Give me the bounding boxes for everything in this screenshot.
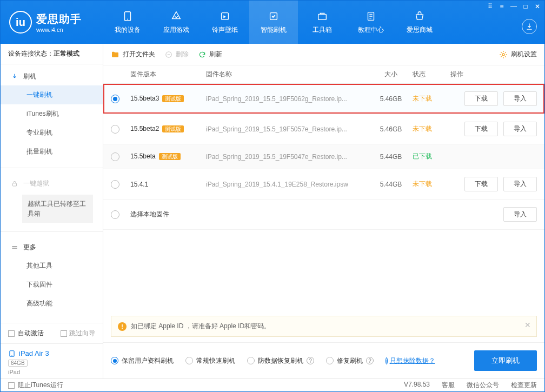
status-link-support[interactable]: 客服 bbox=[442, 381, 455, 390]
sidebar-item-0-2[interactable]: 专业刷机 bbox=[1, 123, 103, 142]
device-type: iPad bbox=[8, 369, 20, 375]
download-button[interactable]: 下载 bbox=[464, 177, 498, 191]
device-name: iPad Air 3 bbox=[19, 349, 49, 357]
firmware-rows: 15.5beta3测试版iPad_Spring_2019_15.5_19F506… bbox=[103, 84, 544, 230]
main: 设备连接状态：正常模式 刷机一键刷机iTunes刷机专业刷机批量刷机一键越狱越狱… bbox=[1, 44, 544, 378]
device-card[interactable]: iPad Air 3 64GB iPad bbox=[1, 343, 103, 378]
row-radio[interactable] bbox=[111, 125, 119, 134]
import-button[interactable]: 导入 bbox=[503, 177, 537, 191]
brand-site: www.i4.cn bbox=[36, 26, 82, 33]
notice-close[interactable]: ✕ bbox=[524, 321, 531, 329]
nav-0[interactable]: 我的设备 bbox=[103, 1, 152, 44]
flash-options-bar: 保留用户资料刷机常规快速刷机防数据恢复刷机 ?修复刷机 ?i 只想抹除数据？立即… bbox=[103, 342, 544, 378]
nav-6[interactable]: 爱思商城 bbox=[395, 1, 444, 44]
header: ⠿ ≡ — □ ✕ iu 爱思助手 www.i4.cn 我的设备应用游戏铃声壁纸… bbox=[1, 1, 544, 44]
flash-settings-button[interactable]: 刷机设置 bbox=[499, 50, 537, 59]
nav-3[interactable]: 智能刷机 bbox=[249, 1, 298, 44]
row-radio[interactable] bbox=[111, 95, 119, 103]
firmware-row-0[interactable]: 15.5beta3测试版iPad_Spring_2019_15.5_19F506… bbox=[103, 84, 544, 114]
table-header: 固件版本 固件名称 大小 状态 操作 bbox=[103, 65, 544, 84]
status-link-wechat[interactable]: 微信公众号 bbox=[467, 381, 499, 390]
notice-text: 如已绑定 Apple ID ，请准备好 Apple ID和密码。 bbox=[131, 322, 270, 331]
gear-icon bbox=[499, 50, 508, 59]
col-name: 固件名称 bbox=[206, 70, 369, 79]
device-state: 设备连接状态：正常模式 bbox=[1, 44, 103, 64]
nav-4[interactable]: 工具箱 bbox=[298, 1, 347, 44]
device-capacity: 64GB bbox=[8, 360, 28, 367]
sidebar-group-1[interactable]: 一键越狱 bbox=[1, 175, 103, 192]
flash-option-2[interactable]: 防数据恢复刷机 ? bbox=[247, 356, 314, 366]
close-icon[interactable]: ✕ bbox=[534, 3, 541, 10]
sidebar-item-2-0[interactable]: 其他工具 bbox=[1, 256, 103, 275]
auto-activate-row: 自动激活 跳过向导 bbox=[1, 323, 103, 343]
svg-point-1 bbox=[127, 18, 128, 19]
menu-icon[interactable]: ≡ bbox=[498, 3, 506, 10]
sidebar-notice: 越狱工具已转移至工具箱 bbox=[22, 195, 93, 223]
delete-button: 删除 bbox=[165, 50, 189, 59]
version-label: V7.98.53 bbox=[404, 381, 430, 390]
row-radio[interactable] bbox=[111, 180, 119, 189]
import-button[interactable]: 导入 bbox=[503, 91, 537, 106]
minimize-icon[interactable]: — bbox=[510, 3, 517, 10]
row-radio[interactable] bbox=[111, 152, 119, 161]
nav-5[interactable]: 教程中心 bbox=[347, 1, 395, 44]
refresh-icon bbox=[198, 51, 206, 58]
download-button[interactable] bbox=[522, 19, 537, 34]
firmware-row-2[interactable]: 15.5beta测试版iPad_Spring_2019_15.5_19F5047… bbox=[103, 144, 544, 169]
svg-rect-4 bbox=[318, 14, 327, 19]
sidebar-item-0-0[interactable]: 一键刷机 bbox=[1, 85, 103, 104]
skip-guide[interactable]: 跳过向导 bbox=[61, 329, 95, 338]
auto-activate-checkbox[interactable] bbox=[8, 330, 15, 337]
firmware-row-1[interactable]: 15.5beta2测试版iPad_Spring_2019_15.5_19F505… bbox=[103, 114, 544, 144]
help-icon[interactable]: ? bbox=[307, 357, 314, 364]
maximize-icon[interactable]: □ bbox=[522, 3, 529, 10]
firmware-row-4[interactable]: 选择本地固件导入 bbox=[103, 200, 544, 230]
logo: iu 爱思助手 www.i4.cn bbox=[1, 1, 103, 44]
import-button[interactable]: 导入 bbox=[503, 122, 537, 136]
delete-icon bbox=[165, 51, 172, 58]
erase-link[interactable]: 只想抹除数据？ bbox=[390, 357, 435, 364]
svg-point-10 bbox=[502, 54, 504, 56]
tablet-icon bbox=[8, 350, 16, 357]
nav-1[interactable]: 应用游戏 bbox=[152, 1, 201, 44]
refresh-button[interactable]: 刷新 bbox=[198, 50, 222, 59]
download-button[interactable]: 下载 bbox=[464, 122, 498, 136]
flash-option-1[interactable]: 常规快速刷机 bbox=[185, 356, 235, 366]
flash-now-button[interactable]: 立即刷机 bbox=[474, 350, 537, 371]
folder-icon bbox=[111, 50, 119, 59]
download-button[interactable]: 下载 bbox=[464, 91, 498, 106]
window-controls: ⠿ ≡ — □ ✕ bbox=[486, 3, 541, 10]
auto-activate-label: 自动激活 bbox=[18, 329, 44, 338]
grid-icon[interactable]: ⠿ bbox=[486, 3, 494, 10]
sidebar-item-2-2[interactable]: 高级功能 bbox=[1, 294, 103, 313]
row-radio[interactable] bbox=[111, 210, 119, 219]
col-status: 状态 bbox=[413, 70, 450, 79]
svg-rect-6 bbox=[13, 183, 17, 185]
sidebar-item-2-1[interactable]: 下载固件 bbox=[1, 275, 103, 294]
svg-point-8 bbox=[11, 355, 12, 355]
info-icon[interactable]: i bbox=[386, 357, 388, 364]
flash-option-0[interactable]: 保留用户资料刷机 bbox=[111, 356, 174, 366]
sidebar-group-0[interactable]: 刷机 bbox=[1, 68, 103, 85]
nav-2[interactable]: 铃声壁纸 bbox=[201, 1, 249, 44]
content: 打开文件夹 删除 刷新 刷机设置 固件版本 固件名称 大小 状态 操作 15.5… bbox=[103, 44, 544, 378]
warn-icon: ! bbox=[118, 322, 127, 331]
statusbar: 阻止iTunes运行 V7.98.53 客服 微信公众号 检查更新 bbox=[1, 378, 544, 391]
import-button[interactable]: 导入 bbox=[503, 207, 537, 222]
col-size: 大小 bbox=[369, 70, 413, 79]
sidebar-item-0-1[interactable]: iTunes刷机 bbox=[1, 104, 103, 123]
sidebar-group-2[interactable]: 更多 bbox=[1, 238, 103, 256]
devstate-label: 设备连接状态： bbox=[8, 50, 54, 57]
open-folder-button[interactable]: 打开文件夹 bbox=[111, 50, 155, 59]
devstate-value: 正常模式 bbox=[54, 50, 79, 57]
help-icon[interactable]: ? bbox=[366, 357, 374, 364]
flash-option-3[interactable]: 修复刷机 ? bbox=[326, 356, 374, 366]
sidebar: 设备连接状态：正常模式 刷机一键刷机iTunes刷机专业刷机批量刷机一键越狱越狱… bbox=[1, 44, 103, 378]
sidebar-item-0-3[interactable]: 批量刷机 bbox=[1, 142, 103, 161]
status-link-update[interactable]: 检查更新 bbox=[511, 381, 537, 390]
toolbar: 打开文件夹 删除 刷新 刷机设置 bbox=[103, 44, 544, 65]
block-itunes[interactable]: 阻止iTunes运行 bbox=[8, 381, 63, 390]
col-ops: 操作 bbox=[450, 70, 537, 79]
col-version: 固件版本 bbox=[130, 70, 206, 79]
firmware-row-3[interactable]: 15.4.1iPad_Spring_2019_15.4.1_19E258_Res… bbox=[103, 169, 544, 200]
